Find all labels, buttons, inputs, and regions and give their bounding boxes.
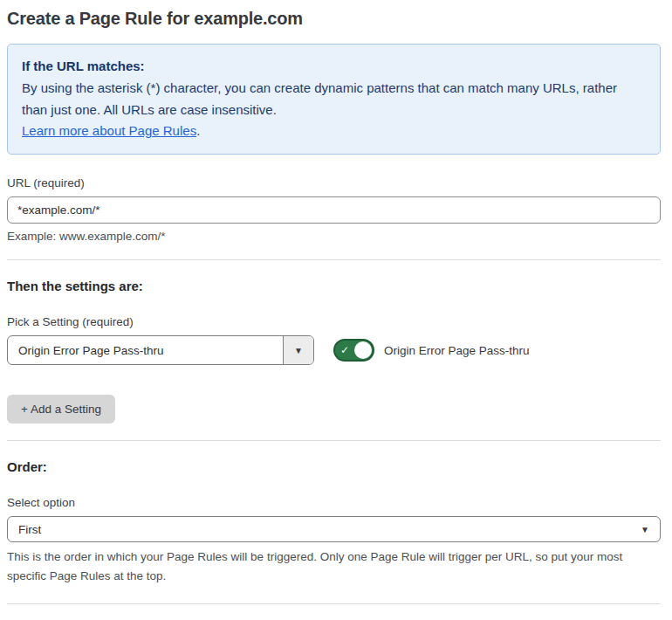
learn-more-link[interactable]: Learn more about Page Rules — [22, 123, 196, 138]
settings-section-heading: Then the settings are: — [7, 279, 661, 293]
info-link-line: Learn more about Page Rules. — [22, 121, 646, 141]
setting-dropdown[interactable]: Origin Error Page Pass-thru ▼ — [7, 335, 314, 365]
origin-error-toggle[interactable]: ✓ — [333, 339, 374, 362]
check-icon: ✓ — [340, 345, 349, 355]
info-box-heading: If the URL matches: — [22, 56, 646, 77]
order-helper-text: This is the order in which your Page Rul… — [7, 548, 661, 587]
pick-setting-label: Pick a Setting (required) — [7, 315, 661, 328]
divider — [7, 440, 661, 441]
setting-dropdown-button[interactable]: ▼ — [283, 336, 313, 364]
select-option-label: Select option — [7, 496, 661, 509]
add-setting-button[interactable]: + Add a Setting — [7, 395, 115, 424]
info-box-body: By using the asterisk (*) character, you… — [22, 78, 646, 121]
link-period: . — [196, 123, 200, 138]
divider — [7, 259, 661, 260]
order-select[interactable]: First ▼ — [7, 516, 661, 542]
setting-dropdown-value: Origin Error Page Pass-thru — [8, 336, 283, 364]
divider — [7, 603, 661, 604]
chevron-down-icon: ▼ — [294, 346, 303, 355]
setting-row: Origin Error Page Pass-thru ▼ ✓ Origin E… — [7, 335, 661, 365]
toggle-knob — [354, 341, 372, 359]
page-title: Create a Page Rule for example.com — [7, 9, 661, 29]
order-select-value: First — [18, 523, 41, 536]
url-example-helper: Example: www.example.com/* — [7, 230, 661, 243]
url-input[interactable] — [7, 196, 661, 224]
order-section-heading: Order: — [7, 459, 661, 474]
toggle-label: Origin Error Page Pass-thru — [384, 344, 530, 357]
chevron-down-icon: ▼ — [641, 525, 649, 534]
url-match-info-box: If the URL matches: By using the asteris… — [7, 44, 661, 155]
url-field-label: URL (required) — [7, 176, 661, 189]
create-page-rule-form: Create a Page Rule for example.com If th… — [0, 0, 672, 620]
